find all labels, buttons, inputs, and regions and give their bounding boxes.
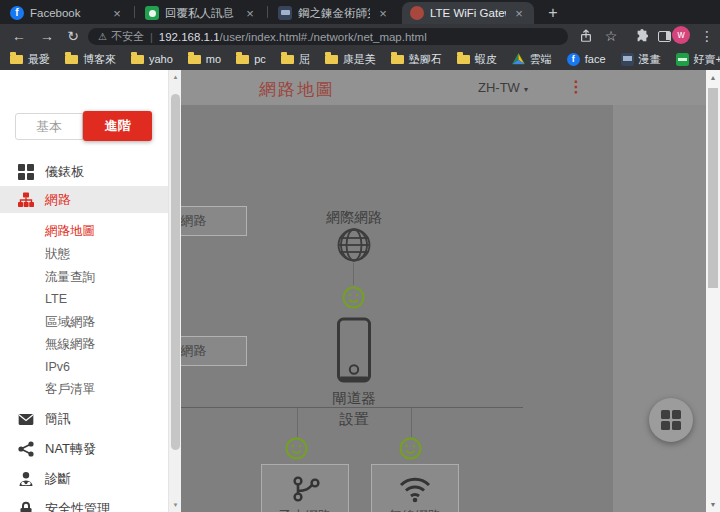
ethernet-label: 乙太網路 bbox=[262, 507, 348, 512]
tab-separator bbox=[134, 6, 135, 18]
bookmark-label: 屈 bbox=[299, 52, 310, 67]
bookmark-item[interactable]: 蝦皮 bbox=[457, 52, 497, 67]
scrollbar-thumb[interactable] bbox=[708, 88, 718, 288]
page-title: 網路地圖 bbox=[259, 78, 335, 101]
network-map-panel bbox=[181, 105, 613, 512]
bookmark-label: 雲端 bbox=[530, 52, 552, 67]
doctor-icon bbox=[18, 471, 34, 487]
scroll-down-icon[interactable]: ▼ bbox=[169, 502, 182, 508]
scroll-up-icon[interactable]: ▲ bbox=[706, 74, 720, 81]
scroll-up-icon[interactable]: ▲ bbox=[169, 74, 182, 80]
new-tab-button[interactable]: + bbox=[543, 3, 563, 23]
screen: f Facebook × 回覆私人訊息 - Mobile × 鋼之鍊金術師第23… bbox=[0, 0, 720, 512]
folder-icon bbox=[281, 55, 294, 64]
bookmark-item[interactable]: pc bbox=[236, 53, 266, 65]
bookmark-item[interactable]: fface bbox=[567, 53, 606, 66]
tab-messages[interactable]: 回覆私人訊息 - Mobile × bbox=[137, 2, 265, 24]
connector-line bbox=[353, 263, 354, 285]
bookmark-label: 博客來 bbox=[83, 52, 116, 67]
green-site-icon bbox=[676, 53, 689, 66]
scroll-down-icon[interactable]: ▼ bbox=[706, 501, 720, 508]
sidebar-item-dashboard[interactable]: 儀錶板 bbox=[0, 158, 168, 185]
status-smiley-icon[interactable] bbox=[399, 437, 422, 460]
language-selector[interactable]: ZH-TW▾ bbox=[478, 80, 528, 95]
bookmark-item[interactable]: 屈 bbox=[281, 52, 310, 67]
mode-advanced-button[interactable]: 進階 bbox=[83, 111, 152, 141]
bookmark-item[interactable]: 漫畫 bbox=[621, 52, 661, 67]
sidebar-item-label: 網路 bbox=[45, 191, 71, 209]
floating-apps-button[interactable] bbox=[649, 398, 693, 442]
sidebar-item-sms[interactable]: 簡訊 bbox=[0, 405, 168, 432]
sidebar-scrollbar[interactable]: ▲ ▼ bbox=[168, 70, 181, 512]
sidebar-subitem-traffic[interactable]: 流量查詢 bbox=[45, 266, 165, 288]
close-icon[interactable]: × bbox=[376, 6, 390, 21]
lock-icon bbox=[18, 501, 34, 512]
folder-icon bbox=[188, 55, 201, 64]
security-label: 不安全 bbox=[111, 29, 144, 44]
bookmark-item[interactable]: yaho bbox=[131, 53, 173, 65]
manga-icon bbox=[278, 6, 292, 20]
bookmark-item[interactable]: 最愛 bbox=[10, 52, 50, 67]
mode-basic-button[interactable]: 基本 bbox=[15, 113, 83, 140]
back-button[interactable]: ← bbox=[8, 25, 30, 47]
chevron-down-icon: ▾ bbox=[524, 85, 528, 94]
profile-avatar[interactable]: w bbox=[672, 26, 690, 44]
bookmark-label: mo bbox=[206, 53, 221, 65]
sidebar-subitem-network-map[interactable]: 網路地圖 bbox=[45, 220, 165, 242]
folder-icon bbox=[236, 55, 249, 64]
sidebar-item-security[interactable]: 安全性管理 bbox=[0, 495, 168, 512]
folder-icon bbox=[391, 55, 404, 64]
close-icon[interactable]: × bbox=[110, 6, 124, 21]
sidebar: 基本 進階 儀錶板 網路 網路地圖 狀態 流量查詢 LTE 區域網路 無線網路 … bbox=[0, 70, 168, 512]
sidebar-subitem-lte[interactable]: LTE bbox=[45, 288, 165, 310]
sidebar-item-network[interactable]: 網路 bbox=[0, 186, 168, 213]
close-icon[interactable]: × bbox=[243, 6, 257, 21]
bookmark-item[interactable]: 博客來 bbox=[65, 52, 116, 67]
reload-button[interactable]: ↻ bbox=[62, 25, 84, 47]
gateway-device-icon[interactable] bbox=[336, 317, 372, 383]
share-nodes-icon bbox=[18, 441, 34, 457]
wireless-label: 無線網路 bbox=[372, 507, 458, 512]
sidebar-item-diagnosis[interactable]: 診斷 bbox=[0, 465, 168, 492]
extensions-icon[interactable] bbox=[631, 25, 653, 47]
browser-menu-icon[interactable]: ⋮ bbox=[696, 25, 718, 47]
sidebar-subitem-clients[interactable]: 客戶清單 bbox=[45, 378, 165, 400]
globe-icon[interactable] bbox=[336, 227, 372, 263]
bookmark-item[interactable]: 康是美 bbox=[325, 52, 376, 67]
bookmark-item[interactable]: 墊腳石 bbox=[391, 52, 442, 67]
forward-button[interactable]: → bbox=[36, 25, 58, 47]
bookmark-label: 漫畫 bbox=[639, 52, 661, 67]
sidebar-subitem-status[interactable]: 狀態 bbox=[45, 243, 165, 265]
page-menu-icon[interactable]: ⋮ bbox=[568, 77, 584, 96]
wireless-node[interactable]: 無線網路 bbox=[371, 464, 459, 512]
sidebar-item-nat[interactable]: NAT轉發 bbox=[0, 435, 168, 462]
tab-lte-gateway-active[interactable]: LTE WiFi Gateway | 網 × bbox=[402, 2, 534, 24]
sidebar-subitem-lan[interactable]: 區域網路 bbox=[45, 311, 165, 333]
share-icon[interactable] bbox=[575, 25, 597, 47]
sidebar-subitem-ipv6[interactable]: IPv6 bbox=[45, 356, 165, 378]
bookmark-label: pc bbox=[254, 53, 266, 65]
close-icon[interactable]: × bbox=[512, 6, 526, 21]
dashboard-icon bbox=[18, 164, 34, 180]
page-scrollbar[interactable]: ▲ ▼ bbox=[706, 70, 720, 512]
bookmark-label: 蝦皮 bbox=[475, 52, 497, 67]
internet-label: 網際網路 bbox=[304, 209, 404, 227]
scrollbar-thumb[interactable] bbox=[171, 94, 180, 450]
tab-strip: f Facebook × 回覆私人訊息 - Mobile × 鋼之鍊金術師第23… bbox=[0, 0, 720, 24]
tab-manga[interactable]: 鋼之鍊金術師第23卷_ × bbox=[270, 2, 398, 24]
sidebar-subitem-wireless[interactable]: 無線網路 bbox=[45, 333, 165, 355]
ethernet-node[interactable]: 乙太網路 bbox=[261, 464, 349, 512]
tab-title: 鋼之鍊金術師第23卷_ bbox=[298, 6, 370, 21]
address-bar[interactable]: ⚠ 不安全 | 192.168.1.1 /user/index.html#./n… bbox=[88, 28, 568, 45]
status-smiley-icon[interactable] bbox=[285, 437, 308, 460]
status-smiley-icon[interactable] bbox=[342, 286, 365, 309]
bookmark-star-icon[interactable]: ☆ bbox=[600, 25, 622, 47]
tab-facebook[interactable]: f Facebook × bbox=[2, 2, 132, 24]
connector-line bbox=[297, 408, 298, 437]
bookmark-item[interactable]: 好賣+ bbox=[676, 52, 720, 67]
bookmark-item[interactable]: mo bbox=[188, 53, 221, 65]
bookmarks-bar: 最愛 博客來 yaho mo pc 屈 康是美 墊腳石 蝦皮 雲端 fface … bbox=[0, 48, 720, 70]
ethernet-branch-icon bbox=[290, 475, 320, 503]
bookmark-item[interactable]: 雲端 bbox=[512, 52, 552, 67]
facebook-icon: f bbox=[10, 6, 24, 20]
